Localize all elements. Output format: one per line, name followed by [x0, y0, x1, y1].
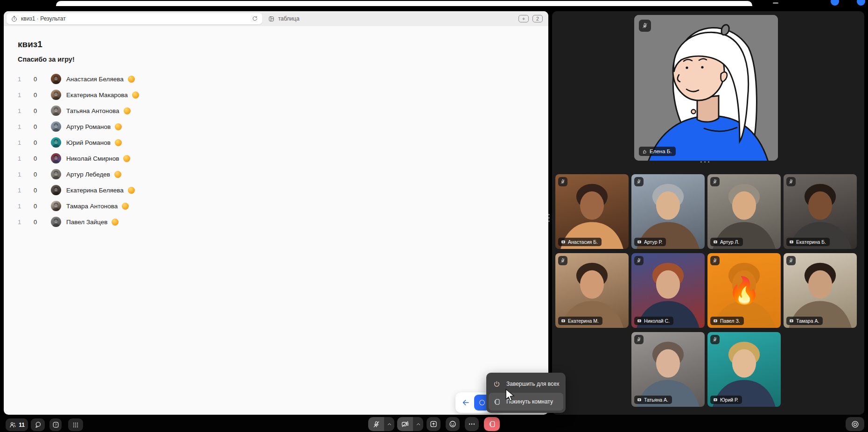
question-icon: ?	[52, 421, 60, 429]
result-rank: 1	[18, 219, 34, 226]
tab-quiz-result[interactable]: квиз1 · Результат	[7, 13, 262, 24]
result-score: 0	[34, 92, 51, 99]
video-tile[interactable]: Артур Л.	[707, 174, 781, 249]
quiz-panel: квиз1 · Результат таблица + 2	[4, 11, 548, 415]
refresh-icon[interactable]	[252, 15, 258, 22]
mic-muted-badge	[634, 256, 644, 265]
avatar-silhouette	[51, 106, 61, 116]
avatar	[51, 121, 61, 132]
chevron-up-icon	[415, 421, 421, 427]
video-tile[interactable]: Анастасия Б.	[555, 174, 629, 249]
camera-options-button[interactable]	[413, 417, 423, 431]
result-row: 1 0 Екатерина Беляева	[18, 182, 534, 198]
video-tile[interactable]: Екатерина М.	[555, 253, 629, 328]
apps-button[interactable]	[68, 418, 83, 431]
mic-muted-badge	[558, 177, 567, 186]
mic-muted-badge	[786, 256, 796, 265]
video-grid-row-3: Татьяна А. Юрий Р.	[631, 332, 781, 407]
browser-tab-shape[interactable]	[56, 1, 752, 6]
camera-icon	[713, 319, 718, 323]
video-tile[interactable]: 🔥 Павел З.	[707, 253, 781, 328]
result-score: 0	[34, 155, 51, 162]
panel-resize-handle[interactable]	[546, 209, 551, 227]
coin-icon	[115, 139, 122, 146]
video-tile[interactable]: Николай С.	[631, 253, 705, 328]
coin-icon	[132, 92, 139, 99]
result-row: 1 0 Артур Романов	[18, 119, 534, 135]
result-rank: 1	[18, 155, 34, 162]
browser-avatar-1[interactable]	[831, 0, 839, 6]
mic-slash-icon	[636, 258, 642, 263]
participants-button[interactable]: 11	[6, 418, 28, 431]
record-button[interactable]	[846, 417, 864, 431]
video-tile[interactable]: Екатерина Б.	[784, 174, 857, 249]
browser-avatar-2[interactable]	[857, 0, 865, 6]
main-video-tile[interactable]: Елена Б.	[634, 15, 778, 161]
browser-top-strip	[0, 0, 868, 6]
timer-icon	[11, 15, 18, 22]
avatar-silhouette	[51, 169, 61, 179]
svg-text:?: ?	[55, 423, 56, 427]
avatar	[51, 106, 61, 116]
camera-icon	[713, 397, 718, 402]
participant-name-label: Юрий Р.	[710, 396, 742, 404]
participant-name: Екатерина Беляева	[66, 187, 124, 194]
result-row: 1 0 Юрий Романов	[18, 135, 534, 150]
participant-name-label: Елена Б.	[639, 147, 676, 156]
mic-slash-icon	[636, 179, 642, 184]
result-rank: 1	[18, 139, 34, 146]
mic-slash-icon	[560, 179, 566, 184]
avatar	[51, 185, 61, 195]
hand-icon	[642, 149, 647, 154]
mic-slash-icon	[560, 258, 566, 263]
camera-icon	[561, 240, 566, 244]
menu-item-end-for-all[interactable]: Завершить для всех	[489, 375, 563, 393]
quiz-back-button[interactable]	[461, 398, 470, 407]
more-options-button[interactable]	[465, 417, 479, 431]
more-tiles-indicator[interactable]: •••	[634, 160, 778, 164]
result-score: 0	[34, 123, 51, 130]
mic-toggle-button[interactable]	[368, 417, 384, 431]
camera-icon	[637, 240, 642, 244]
result-score: 0	[34, 139, 51, 146]
tab-table[interactable]: таблица	[268, 15, 300, 22]
leave-door-icon	[488, 420, 496, 428]
participant-name-label: Артур Р.	[634, 238, 666, 246]
help-button[interactable]: ?	[49, 418, 62, 431]
video-tile[interactable]: Артур Р.	[631, 174, 705, 249]
mic-muted-badge	[710, 177, 720, 186]
reactions-button[interactable]	[446, 417, 460, 431]
participant-name: Татьяна Антонова	[66, 107, 119, 114]
participant-name: Артур Романов	[66, 123, 111, 130]
windows-count-button[interactable]: 2	[532, 15, 543, 22]
participant-name-label: Тамара А.	[786, 317, 823, 325]
results-list: 1 0 Анастасия Беляева 1 0 Екатерина Мака…	[18, 71, 534, 230]
result-rank: 1	[18, 171, 34, 178]
leave-room-button[interactable]	[484, 417, 500, 431]
browser-strip-dash	[773, 2, 778, 4]
camera-slash-icon	[401, 420, 409, 428]
mic-options-button[interactable]	[384, 417, 394, 431]
result-score: 0	[34, 107, 51, 114]
share-screen-button[interactable]	[427, 417, 441, 431]
support-chat-button[interactable]	[31, 418, 45, 431]
coin-icon	[124, 107, 131, 114]
result-row: 1 0 Екатерина Макарова	[18, 87, 534, 103]
smiley-icon	[448, 420, 457, 428]
camera-toggle-button[interactable]	[397, 417, 413, 431]
avatar-silhouette	[51, 217, 61, 227]
add-tab-button[interactable]: +	[518, 15, 529, 22]
participant-name: Юрий Романов	[66, 139, 111, 146]
camera-icon	[789, 240, 794, 244]
avatar	[51, 74, 61, 84]
quiz-panel-body: квиз1 Спасибо за игру! 1 0 Анастасия Бел…	[4, 39, 548, 230]
result-row: 1 0 Николай Смирнов	[18, 150, 534, 166]
mic-muted-badge	[786, 177, 796, 186]
menu-item-leave-room[interactable]: Покинуть комнату	[489, 393, 563, 411]
video-tile[interactable]: Татьяна А.	[631, 332, 705, 407]
video-tile[interactable]: Юрий Р.	[707, 332, 781, 407]
mouse-cursor	[505, 389, 515, 402]
mic-slash-icon	[636, 337, 642, 342]
avatar-silhouette	[51, 201, 61, 211]
video-tile[interactable]: Тамара А.	[784, 253, 857, 328]
